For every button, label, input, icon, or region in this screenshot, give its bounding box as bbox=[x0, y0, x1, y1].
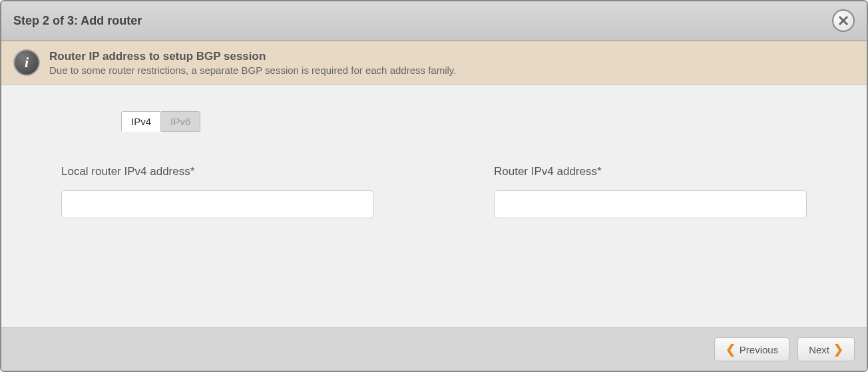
protocol-tabs: IPv4 IPv6 bbox=[121, 111, 807, 132]
tab-ipv4[interactable]: IPv4 bbox=[121, 111, 161, 132]
info-banner: i Router IP address to setup BGP session… bbox=[1, 41, 867, 85]
info-title: Router IP address to setup BGP session bbox=[49, 50, 456, 63]
info-description: Due to some router restrictions, a separ… bbox=[49, 65, 456, 76]
close-icon bbox=[838, 15, 849, 26]
previous-button[interactable]: ❮ Previous bbox=[714, 337, 789, 361]
dialog-header: Step 2 of 3: Add router bbox=[1, 1, 867, 41]
router-field-group: Router IPv4 address* bbox=[494, 165, 807, 218]
address-fields: Local router IPv4 address* Router IPv4 a… bbox=[61, 165, 807, 218]
chevron-left-icon: ❮ bbox=[726, 343, 736, 355]
dialog-footer: ❮ Previous Next ❯ bbox=[1, 327, 867, 371]
close-button[interactable] bbox=[832, 9, 855, 32]
local-router-label: Local router IPv4 address* bbox=[61, 165, 374, 178]
add-router-dialog: Step 2 of 3: Add router i Router IP addr… bbox=[0, 0, 868, 372]
chevron-right-icon: ❯ bbox=[833, 343, 843, 355]
dialog-title: Step 2 of 3: Add router bbox=[13, 14, 142, 28]
local-router-ipv4-input[interactable] bbox=[61, 190, 374, 218]
router-label: Router IPv4 address* bbox=[494, 165, 807, 178]
info-text: Router IP address to setup BGP session D… bbox=[49, 50, 456, 76]
info-icon: i bbox=[13, 49, 40, 76]
next-label: Next bbox=[809, 344, 829, 355]
dialog-body: IPv4 IPv6 Local router IPv4 address* Rou… bbox=[1, 85, 867, 327]
previous-label: Previous bbox=[740, 344, 778, 355]
next-button[interactable]: Next ❯ bbox=[797, 337, 855, 361]
local-router-field-group: Local router IPv4 address* bbox=[61, 165, 374, 218]
router-ipv4-input[interactable] bbox=[494, 190, 807, 218]
tab-ipv6[interactable]: IPv6 bbox=[161, 111, 200, 132]
